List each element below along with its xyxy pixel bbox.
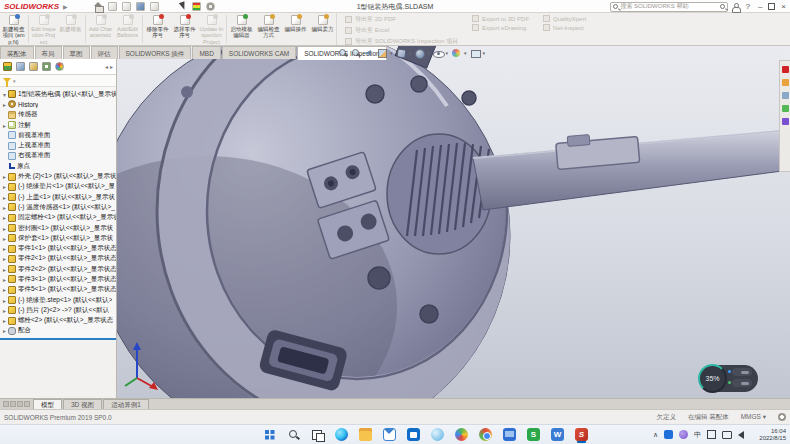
home-icon[interactable] — [94, 2, 103, 11]
zoom-indicator-pill[interactable]: 35% — [700, 365, 758, 392]
command-tab-6[interactable]: MBD — [192, 46, 220, 59]
ribbon-button[interactable]: 编辑操作 — [282, 13, 309, 45]
close-button[interactable]: × — [779, 1, 788, 12]
command-tab-7[interactable]: SOLIDWORKS CAM — [222, 46, 296, 59]
expand-arrow-icon[interactable]: ▸ — [1, 327, 8, 334]
search-go-icon[interactable] — [720, 4, 725, 9]
section-view-icon[interactable] — [377, 48, 387, 58]
view-orientation-icon[interactable] — [396, 48, 406, 58]
displaymanager-icon[interactable] — [55, 62, 64, 71]
print-icon[interactable] — [150, 2, 159, 11]
expand-arrow-icon[interactable]: ▸ — [1, 266, 8, 273]
tree-item[interactable]: ▸密封圈<1> (默认<<默认>_显示状 — [1, 223, 116, 233]
expand-arrow-icon[interactable]: ▸ — [1, 235, 8, 242]
expand-arrow-icon[interactable]: ▸ — [1, 286, 8, 293]
options-gear-icon[interactable] — [206, 2, 215, 11]
task-pane-strip[interactable] — [779, 60, 790, 172]
doc-tab-3[interactable]: 运动算例1 — [103, 399, 149, 409]
appearances-pane-icon[interactable] — [782, 118, 789, 125]
save-icon[interactable] — [136, 2, 145, 11]
menu-expand-arrow-icon[interactable]: ▶ — [63, 3, 68, 10]
command-tab-2[interactable]: 布局 — [35, 46, 62, 59]
edge-taskbar-icon[interactable] — [335, 428, 348, 441]
featuremanager-tree-icon[interactable] — [3, 62, 12, 71]
remote-desktop-taskbar-icon[interactable] — [503, 428, 516, 441]
search-input[interactable]: 搜索 SOLIDWORKS 帮助 — [610, 2, 728, 12]
zoom-level-badge[interactable]: 35% — [698, 364, 727, 393]
ribbon-button[interactable]: 编辑检查方式 — [255, 13, 282, 45]
cloud-taskbar-icon[interactable] — [431, 428, 444, 441]
command-tab-5[interactable]: SOLIDWORKS 插件 — [119, 46, 192, 59]
file-explorer-pane-icon[interactable] — [782, 92, 789, 99]
open-icon[interactable] — [122, 2, 131, 11]
ribbon-button[interactable]: 启动模板编辑器 — [228, 13, 255, 45]
tree-item[interactable]: ▸外壳 (2)<1> (默认<<默认>_显示状 — [1, 171, 116, 181]
expand-arrow-icon[interactable]: ▸ — [1, 297, 8, 304]
dropdown-caret-icon[interactable]: ▾ — [464, 50, 467, 56]
ime-grid-icon[interactable] — [707, 430, 716, 439]
tree-item[interactable]: 上视基准面 — [1, 140, 116, 150]
expand-arrow-icon[interactable]: ▸ — [1, 317, 8, 324]
units-selector[interactable]: MMGS ▾ — [741, 413, 766, 421]
tree-item[interactable]: ▸固定螺栓<1> (默认<<默认>_显示状 — [1, 213, 116, 223]
browser-360-taskbar-icon[interactable] — [455, 428, 468, 441]
filter-dropdown-icon[interactable]: ▾ — [13, 78, 16, 84]
design-library-icon[interactable] — [782, 79, 789, 86]
tree-item[interactable]: ▸注解 — [1, 120, 116, 130]
weather-icon[interactable] — [679, 430, 688, 439]
expand-arrow-icon[interactable]: ▾ — [1, 91, 8, 98]
hide-show-items-icon[interactable] — [433, 48, 443, 58]
expand-arrow-icon[interactable]: ▸ — [1, 194, 8, 201]
ribbon-button[interactable]: 选择零件序号 — [171, 13, 198, 45]
expand-arrow-icon[interactable]: ▸ — [1, 173, 8, 180]
expand-arrow-icon[interactable]: ▸ — [1, 276, 8, 283]
tree-item[interactable]: ▸零件3<1> (默认<<默认>_显示状态 — [1, 274, 116, 284]
doc-tab-1[interactable]: 模型 — [33, 399, 62, 409]
taskbar-clock[interactable]: 16:04 2022/8/15 — [759, 428, 786, 442]
select-cursor-icon[interactable] — [178, 2, 187, 11]
tree-item[interactable]: ▸零件1<1> (默认<<默认>_显示状态 — [1, 243, 116, 253]
configurationmanager-icon[interactable] — [29, 62, 38, 71]
tree-item[interactable]: ▸(-) 温度传感器<1> (默认<<默认>_ — [1, 202, 116, 212]
command-tab-3[interactable]: 草图 — [63, 46, 90, 59]
onedrive-icon[interactable] — [664, 430, 673, 439]
display-style-icon[interactable] — [414, 48, 424, 58]
doc-tab-2[interactable]: 3D 视图 — [63, 399, 102, 409]
zoom-area-icon[interactable] — [351, 48, 361, 58]
tree-item[interactable]: 前视基准面 — [1, 130, 116, 140]
status-options-icon[interactable] — [778, 413, 786, 421]
tree-item[interactable]: ▸螺栓<2> (默认<<默认>_显示状态 — [1, 316, 116, 326]
volume-icon[interactable] — [738, 431, 744, 439]
solidworks-taskbar-icon[interactable] — [575, 428, 588, 441]
tray-overflow-icon[interactable]: ∧ — [653, 431, 658, 439]
pill-toggle-top[interactable] — [732, 368, 752, 376]
expand-arrow-icon[interactable]: ▸ — [1, 214, 8, 221]
command-tab-1[interactable]: 装配体 — [0, 46, 34, 59]
tree-item[interactable]: ▸(-) 绝缘垫片<1> (默认<<默认>_显 — [1, 182, 116, 192]
chrome-taskbar-icon[interactable] — [479, 428, 492, 441]
new-document-icon[interactable] — [108, 2, 117, 11]
expand-arrow-icon[interactable]: ▸ — [1, 225, 8, 232]
network-display-icon[interactable] — [722, 431, 732, 439]
expand-arrow-icon[interactable]: ▸ — [1, 245, 8, 252]
display-settings-icon[interactable] — [192, 2, 201, 11]
minimize-button[interactable]: – — [756, 1, 764, 12]
store-taskbar-icon[interactable] — [407, 428, 420, 441]
undo-icon[interactable] — [164, 2, 173, 11]
tree-item[interactable]: 右视基准面 — [1, 151, 116, 161]
expand-arrow-icon[interactable]: ▸ — [1, 255, 8, 262]
tree-item[interactable]: ▸(-) 绝缘垫.step<1> (默认<<默认> — [1, 295, 116, 305]
dropdown-caret-icon[interactable]: ▾ — [483, 50, 486, 56]
resources-icon[interactable] — [782, 66, 789, 73]
edit-appearance-icon[interactable] — [451, 48, 461, 58]
zoom-fit-icon[interactable] — [338, 48, 348, 58]
pill-toggle-bottom[interactable] — [732, 379, 752, 387]
expand-arrow-icon[interactable]: ▸ — [1, 307, 8, 314]
mail-taskbar-icon[interactable] — [383, 428, 396, 441]
tree-item[interactable]: 传感器 — [1, 110, 116, 120]
tree-item[interactable]: 原点 — [1, 161, 116, 171]
dimxpertmanager-icon[interactable] — [42, 62, 51, 71]
expand-arrow-icon[interactable]: ▸ — [1, 101, 8, 108]
wps-writer-taskbar-icon[interactable] — [551, 428, 564, 441]
expand-arrow-icon[interactable]: ▸ — [1, 183, 8, 190]
